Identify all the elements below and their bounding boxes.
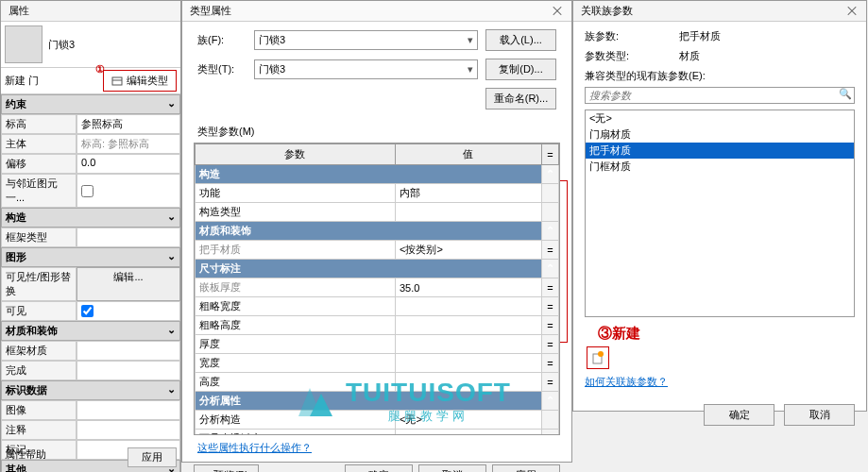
value-frame-mat[interactable] (77, 341, 180, 361)
value-elevation[interactable]: 参照标高 (77, 114, 180, 134)
type-help-link[interactable]: 这些属性执行什么操作？ (182, 435, 571, 461)
edit-type-button[interactable]: 编辑类型 (103, 70, 177, 92)
duplicate-button[interactable]: 复制(D)... (485, 59, 556, 80)
type-label: 类型(T): (197, 62, 254, 76)
section-materials[interactable]: 材质和装饰⌄ (1, 321, 180, 341)
value-frame-type[interactable] (77, 228, 180, 247)
apply-button[interactable]: 应用 (492, 464, 560, 472)
type-params-label: 类型参数(M) (182, 125, 571, 143)
family-thumbnail (5, 25, 43, 63)
preview-button[interactable]: 预览(P) (194, 464, 259, 472)
label-frame-type: 框架类型 (1, 228, 77, 247)
col-param[interactable]: 参数 (196, 144, 396, 165)
assoc-help-link[interactable]: 如何关联族参数？ (585, 375, 668, 389)
svg-point-3 (598, 351, 604, 357)
assoc-param-type-value: 材质 (679, 49, 700, 63)
group-construction[interactable]: 构造 (196, 165, 542, 184)
annotation-marker-1: ① (95, 63, 105, 76)
new-label[interactable]: 新建 门 (5, 74, 103, 88)
assoc-button[interactable]: = (542, 241, 559, 260)
label-neighbor: 与邻近图元一... (1, 174, 77, 208)
assoc-button[interactable]: = (542, 354, 559, 373)
label-frame-mat: 框架材质 (1, 341, 77, 361)
type-dropdown[interactable]: 门锁3 (254, 59, 478, 79)
label-comment: 注释 (1, 420, 77, 440)
assoc-button[interactable]: = (542, 373, 559, 392)
assoc-button[interactable]: = (542, 278, 559, 297)
assoc-family-param-value: 把手材质 (679, 29, 721, 43)
family-name[interactable]: 门锁3 (48, 38, 177, 52)
list-item[interactable]: 门扇材质 (586, 126, 854, 143)
label-offset: 偏移 (1, 154, 77, 174)
value-visible[interactable] (77, 301, 180, 321)
value-neighbor[interactable] (77, 174, 180, 208)
col-value[interactable]: 值 (395, 144, 541, 165)
row-inset-depth: 嵌板厚度 (196, 278, 396, 297)
value-offset[interactable]: 0.0 (77, 154, 180, 174)
assoc-button[interactable] (542, 203, 559, 222)
search-icon[interactable]: 🔍 (837, 88, 854, 103)
label-finish: 完成 (1, 361, 77, 380)
label-host: 主体 (1, 134, 77, 154)
svg-rect-0 (112, 77, 122, 85)
label-visible: 可见 (1, 301, 77, 321)
assoc-button[interactable]: = (542, 297, 559, 316)
assoc-button[interactable] (542, 411, 559, 430)
assoc-dialog-titlebar[interactable]: 关联族参数 (573, 1, 866, 22)
family-dropdown[interactable]: 门锁3 (254, 30, 478, 50)
assoc-cancel-button[interactable]: 取消 (784, 404, 855, 426)
row-vlt: 可见光透过率 (196, 430, 396, 436)
assoc-button[interactable] (542, 184, 559, 203)
section-identity[interactable]: 标识数据⌄ (1, 380, 180, 400)
section-constraint[interactable]: 约束⌄ (1, 94, 180, 114)
row-thickness: 厚度 (196, 335, 396, 354)
load-button[interactable]: 载入(L)... (485, 29, 556, 51)
label-elevation: 标高 (1, 114, 77, 134)
row-rough-h: 粗略高度 (196, 316, 396, 335)
group-dimensions[interactable]: 尺寸标注 (196, 260, 542, 278)
value-vis-override[interactable]: 编辑... (77, 267, 180, 301)
search-input[interactable] (586, 88, 837, 103)
close-icon[interactable] (551, 5, 564, 18)
annotation-marker-3: ③新建 (598, 325, 855, 343)
row-handle-mat: 把手材质 (196, 241, 396, 260)
row-constr-type: 构造类型 (196, 203, 396, 222)
assoc-button[interactable]: = (542, 335, 559, 354)
list-item-selected[interactable]: 把手材质 (586, 143, 854, 159)
label-image: 图像 (1, 400, 77, 420)
row-height: 高度 (196, 373, 396, 392)
list-item[interactable]: 门框材质 (586, 159, 854, 175)
assoc-ok-button[interactable]: 确定 (704, 404, 774, 426)
value-image[interactable] (77, 400, 180, 420)
assoc-dialog-title: 关联族参数 (581, 4, 633, 18)
props-help-link[interactable]: 属性帮助 (5, 447, 46, 467)
close-icon[interactable] (845, 5, 859, 18)
cancel-button[interactable]: 取消 (418, 464, 486, 472)
section-construction[interactable]: 构造⌄ (1, 208, 180, 228)
assoc-button[interactable] (542, 430, 559, 436)
section-graphics[interactable]: 图形⌄ (1, 247, 180, 267)
ok-button[interactable]: 确定 (345, 464, 413, 472)
compat-label: 兼容类型的现有族参数(E): (585, 69, 855, 83)
row-function: 功能 (196, 184, 396, 203)
group-analysis[interactable]: 分析属性 (196, 392, 542, 411)
value-finish[interactable] (77, 361, 180, 380)
family-preview-row: 门锁3 (1, 22, 180, 67)
props-title: 属性 (9, 4, 29, 18)
search-box[interactable]: 🔍 (585, 87, 855, 104)
label-vis-override: 可见性/图形替换 (1, 267, 77, 301)
param-list[interactable]: <无> 门扇材质 把手材质 门框材质 (585, 110, 855, 317)
type-dialog-titlebar[interactable]: 类型属性 (182, 1, 571, 22)
props-titlebar: 属性 (1, 1, 180, 22)
list-item[interactable]: <无> (586, 110, 854, 126)
props-apply-button[interactable]: 应用 (128, 447, 177, 467)
new-param-button[interactable] (587, 346, 609, 369)
rename-button[interactable]: 重命名(R)... (485, 88, 556, 110)
row-analytic: 分析构造 (196, 411, 396, 430)
family-label: 族(F): (197, 33, 254, 47)
assoc-param-type-label: 参数类型: (585, 49, 679, 63)
col-assoc[interactable]: = (542, 144, 559, 165)
assoc-button[interactable]: = (542, 316, 559, 335)
value-comment[interactable] (77, 420, 180, 440)
group-materials[interactable]: 材质和装饰 (196, 222, 542, 241)
